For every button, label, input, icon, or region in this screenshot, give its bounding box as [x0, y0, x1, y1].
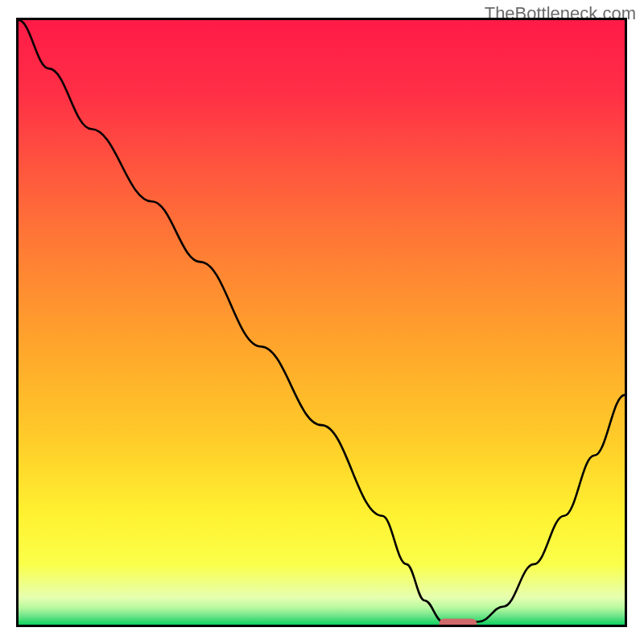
- chart-frame: [16, 18, 627, 627]
- bottleneck-chart: [19, 20, 625, 625]
- chart-gradient-bg: [19, 20, 625, 625]
- optimal-marker: [440, 619, 477, 625]
